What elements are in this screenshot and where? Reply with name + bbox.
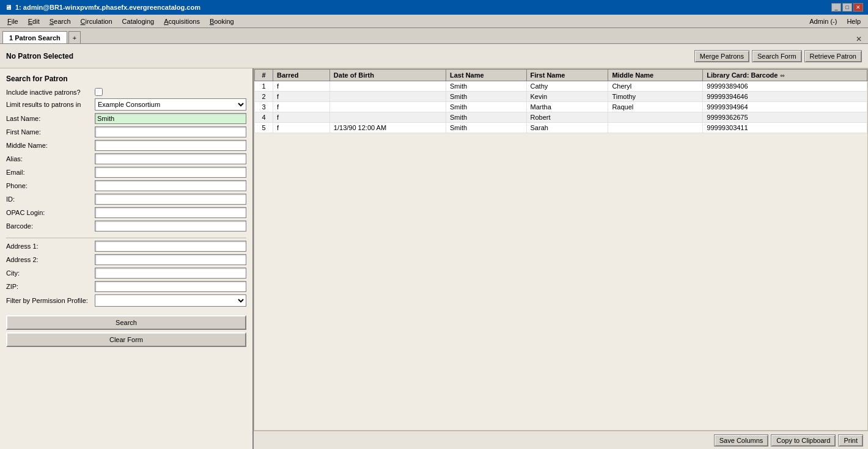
table-row[interactable]: 1 f Smith Cathy Cheryl 99999389406: [255, 81, 867, 92]
filter-profile-select[interactable]: [95, 294, 246, 307]
address1-input[interactable]: [95, 241, 246, 252]
first-name-input[interactable]: [95, 126, 246, 137]
main-content: No Patron Selected Merge Patrons Search …: [0, 44, 868, 449]
save-columns-button[interactable]: Save Columns: [714, 434, 769, 447]
cell-num: 5: [255, 123, 273, 133]
city-label: City:: [6, 269, 95, 277]
zip-label: ZIP:: [6, 283, 95, 290]
last-name-input[interactable]: [95, 113, 246, 124]
admin-menu[interactable]: Admin (-): [804, 16, 842, 26]
menu-acquisitions[interactable]: Acquisitions: [159, 16, 205, 26]
cell-barred: f: [273, 123, 330, 133]
cell-lastname: Smith: [446, 92, 527, 102]
cell-lastname: Smith: [446, 112, 527, 123]
address2-input[interactable]: [95, 254, 246, 265]
barcode-input[interactable]: [95, 221, 246, 232]
table-row[interactable]: 5 f 1/13/90 12:00 AM Smith Sarah 9999930…: [255, 123, 867, 133]
include-inactive-label: Include inactive patrons?: [6, 89, 95, 96]
phone-input[interactable]: [95, 180, 246, 191]
phone-label: Phone:: [6, 182, 95, 189]
cell-num: 4: [255, 112, 273, 123]
retrieve-patron-button[interactable]: Retrieve Patron: [804, 50, 862, 62]
limit-results-select[interactable]: Example Consortium: [95, 98, 246, 111]
close-window-button[interactable]: ✕: [853, 3, 863, 12]
city-input[interactable]: [95, 268, 246, 279]
table-row[interactable]: 3 f Smith Martha Raquel 99999394964: [255, 102, 867, 112]
cell-barred: f: [273, 81, 330, 92]
barcode-label: Barcode:: [6, 222, 95, 230]
middle-name-input[interactable]: [95, 140, 246, 151]
content-split: Search for Patron Include inactive patro…: [0, 68, 868, 449]
tab-add-button[interactable]: +: [68, 31, 81, 43]
id-label: ID:: [6, 195, 95, 203]
tab-close-button[interactable]: ✕: [852, 35, 866, 43]
barcode-row: Barcode:: [6, 221, 246, 232]
cell-barred: f: [273, 112, 330, 123]
merge-patrons-button[interactable]: Merge Patrons: [694, 50, 749, 62]
filter-profile-label: Filter by Permission Profile:: [6, 297, 95, 304]
opac-login-input[interactable]: [95, 207, 246, 218]
menu-search[interactable]: Search: [45, 16, 76, 26]
results-panel: # Barred Date of Birth Last Name First N…: [254, 68, 868, 449]
clear-form-button[interactable]: Clear Form: [6, 332, 246, 347]
search-button[interactable]: Search: [6, 315, 246, 330]
cell-lastname: Smith: [446, 81, 527, 92]
cell-firstname: Sarah: [526, 123, 608, 133]
email-input[interactable]: [95, 167, 246, 178]
table-row[interactable]: 2 f Smith Kevin Timothy 99999394646: [255, 92, 867, 102]
menu-edit[interactable]: Edit: [23, 16, 45, 26]
alias-row: Alias:: [6, 153, 246, 164]
filter-profile-row: Filter by Permission Profile:: [6, 294, 246, 307]
cell-lastname: Smith: [446, 102, 527, 112]
patron-status: No Patron Selected: [6, 52, 73, 60]
limit-results-label: Limit results to patrons in: [6, 101, 95, 108]
address1-row: Address 1:: [6, 241, 246, 252]
table-row[interactable]: 4 f Smith Robert 99999362675: [255, 112, 867, 123]
include-inactive-checkbox[interactable]: [95, 88, 103, 96]
cell-barred: f: [273, 102, 330, 112]
cell-firstname: Robert: [526, 112, 608, 123]
alias-input[interactable]: [95, 153, 246, 164]
table-header-row: # Barred Date of Birth Last Name First N…: [255, 70, 867, 81]
cell-barcode: 99999389406: [703, 81, 867, 92]
search-buttons: Search Clear Form: [6, 315, 246, 347]
menu-cataloging[interactable]: Cataloging: [117, 16, 160, 26]
limit-results-row: Limit results to patrons in Example Cons…: [6, 98, 246, 111]
address2-label: Address 2:: [6, 256, 95, 263]
id-input[interactable]: [95, 194, 246, 205]
resize-icon: ⇔: [780, 73, 785, 79]
cell-middlename: Raquel: [608, 102, 703, 112]
copy-to-clipboard-button[interactable]: Copy to Clipboard: [771, 434, 836, 447]
menu-file[interactable]: File: [2, 16, 23, 26]
cell-middlename: Timothy: [608, 92, 703, 102]
divider: [6, 238, 246, 238]
middle-name-label: Middle Name:: [6, 142, 95, 149]
help-menu[interactable]: Help: [842, 16, 866, 26]
results-tbody: 1 f Smith Cathy Cheryl 99999389406 2 f S…: [255, 81, 867, 133]
zip-input[interactable]: [95, 281, 246, 292]
title-bar-title: 🖥 1: admin@BR1-winxpvmfx.phasefx.evergre…: [5, 4, 200, 11]
col-middlename: Middle Name: [608, 70, 703, 81]
email-label: Email:: [6, 169, 95, 176]
last-name-label: Last Name:: [6, 115, 95, 122]
title-bar: 🖥 1: admin@BR1-winxpvmfx.phasefx.evergre…: [0, 0, 868, 15]
maximize-button[interactable]: □: [842, 3, 852, 12]
tab-patron-search[interactable]: 1 Patron Search: [2, 31, 67, 43]
cell-dob: [329, 81, 446, 92]
col-firstname: First Name: [526, 70, 608, 81]
cell-num: 1: [255, 81, 273, 92]
search-panel-title: Search for Patron: [6, 75, 246, 83]
cell-middlename: [608, 112, 703, 123]
menu-booking[interactable]: Booking: [205, 16, 239, 26]
middle-name-row: Middle Name:: [6, 140, 246, 151]
address2-row: Address 2:: [6, 254, 246, 265]
cell-barcode: 99999303411: [703, 123, 867, 133]
minimize-button[interactable]: _: [831, 3, 841, 12]
menu-right-area: Admin (-) Help: [804, 16, 866, 26]
cell-dob: [329, 102, 446, 112]
search-form-button[interactable]: Search Form: [752, 50, 802, 62]
header-bar: No Patron Selected Merge Patrons Search …: [0, 44, 868, 68]
results-table-container[interactable]: # Barred Date of Birth Last Name First N…: [254, 68, 868, 431]
menu-circulation[interactable]: Circulation: [76, 16, 117, 26]
print-button[interactable]: Print: [838, 434, 863, 447]
